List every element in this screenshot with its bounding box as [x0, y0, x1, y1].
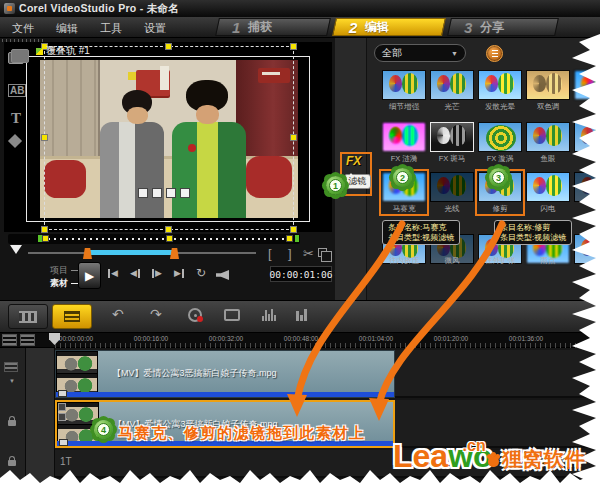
ruler-tick: 00:01:04:00 — [359, 335, 393, 342]
timeline-ruler[interactable]: 00:00:00:00 00:00:16:00 00:00:32:00 00:0… — [0, 332, 600, 348]
overlay-selection[interactable] — [44, 46, 294, 230]
title-track-icon[interactable]: 1T — [60, 456, 72, 467]
annotation-text: 马赛克、修剪的滤镜拖到此素材上 — [118, 424, 366, 443]
menu-settings[interactable]: 设置 — [144, 21, 166, 36]
title-bar: Corel VideoStudio Pro - 未命名 — [0, 0, 600, 17]
ruler-tick: 00:00:32:00 — [209, 335, 243, 342]
track-manager-icon[interactable] — [4, 362, 18, 372]
go-end-button[interactable]: ▶ — [174, 268, 184, 278]
transition-library-icon[interactable]: AB — [8, 84, 26, 97]
prev-frame-button[interactable]: ◀ — [130, 268, 140, 278]
enlarge-preview-button[interactable] — [318, 248, 327, 257]
filter-thumb[interactable] — [526, 122, 570, 152]
trim-marker[interactable] — [42, 235, 49, 242]
gallery-options-button[interactable] — [486, 45, 503, 62]
filter-label: 往外扩张 — [476, 256, 524, 266]
mark-out-button[interactable]: ] — [288, 246, 292, 261]
selection-handle[interactable] — [41, 134, 48, 141]
preview-stage[interactable]: 覆叠轨 #1 — [4, 42, 332, 232]
next-frame-button[interactable]: ▶ — [152, 268, 162, 278]
window-title: Corel VideoStudio Pro - 未命名 — [19, 2, 179, 16]
trim-marker[interactable] — [166, 235, 173, 242]
lock-icon[interactable] — [8, 460, 16, 466]
filter-thumb[interactable] — [526, 70, 570, 100]
filter-thumb[interactable] — [574, 234, 600, 264]
tab-edit[interactable]: 2 编辑 — [332, 18, 446, 36]
mark-in-button[interactable]: [ — [268, 246, 272, 261]
filter-label: 闪电 — [524, 204, 572, 214]
go-start-button[interactable]: ◀ — [108, 268, 118, 278]
tab-capture[interactable]: 1 捕获 — [215, 18, 331, 36]
ruler-tick: 00:01:36:00 — [509, 335, 543, 342]
tab-share[interactable]: 3 分享 — [447, 18, 559, 36]
filter-thumb[interactable] — [526, 172, 570, 202]
category-dropdown[interactable]: 全部 ▼ — [374, 44, 466, 62]
timeline-view-button[interactable] — [52, 304, 92, 329]
filter-library-icon[interactable]: FX — [346, 154, 361, 168]
selection-handle[interactable] — [165, 226, 172, 233]
step-1-badge: 1 — [326, 176, 345, 195]
timeline-clip-video[interactable]: 【MV】爱情公寓3恶搞新白娘子传奇.mpg — [55, 350, 395, 398]
instant-playback-icon[interactable] — [224, 309, 240, 321]
filter-label: 光线 — [428, 204, 476, 214]
timecode-display: 00:00:01:06 — [270, 266, 332, 282]
filter-label: 往内挤压 — [380, 256, 428, 266]
storyboard-view-button[interactable] — [8, 304, 48, 329]
playhead-marker[interactable] — [10, 245, 22, 260]
trim-marker[interactable] — [286, 235, 293, 242]
record-capture-icon[interactable] — [188, 308, 202, 322]
filter-label: 细节增强 — [380, 102, 428, 112]
trim-end-mark[interactable] — [295, 235, 299, 242]
track-view-button[interactable] — [2, 334, 17, 346]
filter-thumb[interactable] — [430, 70, 474, 100]
chevron-down-icon: ▼ — [451, 50, 458, 57]
split-clip-button[interactable]: ✂ — [303, 246, 314, 261]
filter-thumb[interactable] — [478, 70, 522, 100]
trim-range[interactable] — [88, 250, 174, 255]
selection-handle[interactable] — [290, 43, 297, 50]
ruler-tick: 00:00:00:00 — [59, 335, 93, 342]
filter-thumb[interactable] — [574, 122, 600, 152]
menu-tools[interactable]: 工具 — [100, 21, 122, 36]
filter-thumb[interactable] — [574, 172, 600, 202]
tooltip-mosaic: 条目名称:马赛克 条目类型:视频滤镜 — [382, 220, 460, 245]
filter-thumb[interactable] — [382, 70, 426, 100]
ruler-tick: 00:01:20:00 — [434, 335, 468, 342]
filter-thumb[interactable] — [382, 122, 426, 152]
app-icon — [4, 3, 15, 14]
filter-thumb[interactable] — [430, 172, 474, 202]
undo-button[interactable]: ↶ — [112, 306, 124, 322]
selection-handle[interactable] — [41, 226, 48, 233]
trim-bar[interactable] — [8, 234, 300, 244]
storyboard-icon — [19, 311, 37, 323]
lock-icon[interactable] — [8, 420, 16, 426]
sound-mixer-icon[interactable] — [296, 309, 307, 321]
audio-waveform-icon[interactable] — [262, 309, 276, 321]
track-list-button[interactable] — [20, 334, 35, 346]
filter-label: 发散光晕 — [476, 102, 524, 112]
mode-clip[interactable]: 素材 — [50, 277, 78, 290]
repeat-button[interactable]: ↻ — [196, 266, 206, 280]
volume-icon[interactable] — [216, 270, 229, 280]
mode-project[interactable]: 项目 — [50, 264, 78, 277]
filter-label: 修剪 — [476, 204, 524, 214]
selection-handle[interactable] — [290, 134, 297, 141]
menu-bar: 文件 编辑 工具 设置 1 捕获 2 编辑 3 分享 — [0, 17, 600, 38]
selection-handle[interactable] — [290, 226, 297, 233]
chevron-down-icon[interactable]: ▼ — [9, 378, 15, 384]
filter-thumb[interactable] — [430, 122, 474, 152]
play-button[interactable]: ▶ — [78, 262, 101, 289]
menu-edit[interactable]: 编辑 — [56, 21, 78, 36]
filter-thumb[interactable] — [478, 122, 522, 152]
leawo-watermark: Leawo.cn 狸窝软件 — [393, 441, 586, 471]
selection-handle[interactable] — [165, 43, 172, 50]
media-library-icon[interactable] — [8, 52, 24, 64]
title-library-icon[interactable]: T — [11, 110, 21, 127]
filter-thumb[interactable] — [574, 70, 600, 100]
ruler-tick: 00:00:48:00 — [284, 335, 318, 342]
redo-button[interactable]: ↷ — [150, 306, 162, 322]
tooltip-trim: 条目名称:修剪 条目类型:视频滤镜 — [494, 220, 572, 245]
menu-file[interactable]: 文件 — [12, 21, 34, 36]
filter-label: 微风 — [428, 256, 476, 266]
track-lock-column: ▼ — [0, 348, 26, 489]
